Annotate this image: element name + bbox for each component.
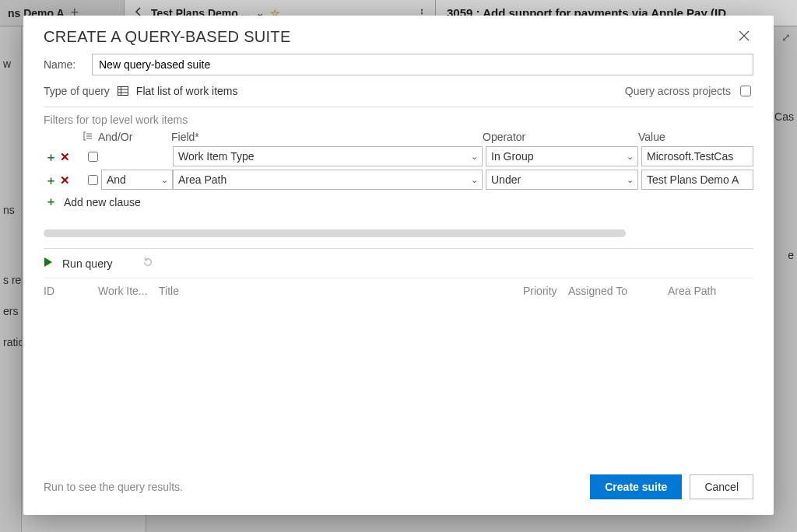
add-new-clause-button[interactable]: ＋ Add new clause bbox=[44, 194, 753, 209]
filter-grid: And/Or Field* Operator Value ＋ ✕ Work It… bbox=[44, 131, 753, 209]
svg-marker-9 bbox=[44, 257, 52, 267]
dialog-title: CREATE A QUERY-BASED SUITE bbox=[44, 28, 291, 46]
andor-select[interactable]: And ⌄ bbox=[101, 170, 173, 190]
operator-select[interactable]: Under ⌄ bbox=[486, 170, 638, 190]
col-area: Area Path bbox=[668, 285, 753, 297]
header-operator: Operator bbox=[483, 131, 638, 143]
row-checkbox[interactable] bbox=[88, 152, 98, 162]
chevron-down-icon: ⌄ bbox=[471, 152, 478, 162]
andor-select-value: And bbox=[107, 173, 126, 186]
run-query-button[interactable]: Run query bbox=[62, 257, 113, 270]
col-assigned: Assigned To bbox=[568, 285, 668, 297]
col-priority: Priority bbox=[523, 285, 568, 297]
name-input[interactable] bbox=[92, 54, 753, 75]
chevron-down-icon: ⌄ bbox=[627, 175, 634, 185]
group-clauses-icon[interactable] bbox=[83, 131, 97, 143]
field-select[interactable]: Area Path ⌄ bbox=[173, 170, 483, 190]
type-of-query-label: Type of query bbox=[44, 85, 110, 97]
header-value: Value bbox=[638, 131, 753, 143]
row-checkbox[interactable] bbox=[88, 175, 98, 185]
cancel-button[interactable]: Cancel bbox=[690, 474, 753, 499]
operator-select-value: In Group bbox=[491, 150, 533, 163]
field-select-value: Work Item Type bbox=[178, 150, 255, 163]
chevron-down-icon: ⌄ bbox=[627, 152, 634, 162]
refresh-icon[interactable] bbox=[142, 257, 153, 270]
create-suite-button[interactable]: Create suite bbox=[590, 474, 682, 499]
add-clause-label: Add new clause bbox=[64, 196, 141, 208]
flat-list-icon bbox=[118, 86, 128, 96]
header-field: Field* bbox=[171, 131, 483, 143]
results-hint: Run to see the query results. bbox=[44, 481, 183, 493]
field-select-value: Area Path bbox=[178, 173, 226, 186]
filter-row: ＋ ✕ Work Item Type ⌄ In Group ⌄ Microsof… bbox=[44, 146, 753, 166]
create-query-suite-dialog: CREATE A QUERY-BASED SUITE Name: Type of… bbox=[23, 16, 774, 515]
close-button[interactable] bbox=[735, 26, 753, 47]
value-input[interactable]: Microsoft.TestCas bbox=[641, 146, 753, 166]
query-across-label: Query across projects bbox=[625, 85, 731, 97]
chevron-down-icon: ⌄ bbox=[471, 175, 478, 185]
add-row-button[interactable]: ＋ bbox=[44, 151, 58, 163]
filter-row: ＋ ✕ And ⌄ Area Path ⌄ Under ⌄ Test Plans bbox=[44, 170, 753, 190]
query-across-checkbox[interactable] bbox=[740, 86, 751, 96]
value-input[interactable]: Test Plans Demo A bbox=[641, 170, 753, 190]
col-work-item: Work Ite... bbox=[98, 285, 159, 297]
scrollbar-thumb[interactable] bbox=[44, 229, 626, 237]
add-row-button[interactable]: ＋ bbox=[44, 174, 58, 186]
play-icon bbox=[44, 257, 53, 270]
value-input-text: Microsoft.TestCas bbox=[647, 150, 733, 163]
col-id: ID bbox=[44, 285, 98, 297]
operator-select[interactable]: In Group ⌄ bbox=[486, 146, 638, 166]
horizontal-scrollbar[interactable] bbox=[44, 229, 753, 237]
type-of-query-value[interactable]: Flat list of work items bbox=[136, 85, 238, 97]
header-andor: And/Or bbox=[97, 131, 171, 143]
plus-icon: ＋ bbox=[44, 194, 58, 209]
results-header: ID Work Ite... Title Priority Assigned T… bbox=[44, 285, 753, 302]
operator-select-value: Under bbox=[491, 173, 521, 186]
value-input-text: Test Plans Demo A bbox=[647, 173, 739, 186]
name-label: Name: bbox=[44, 58, 83, 71]
query-across-projects[interactable]: Query across projects bbox=[625, 83, 753, 99]
delete-row-button[interactable]: ✕ bbox=[58, 174, 72, 186]
results-empty-area bbox=[44, 302, 753, 465]
col-title: Title bbox=[159, 285, 523, 297]
field-select[interactable]: Work Item Type ⌄ bbox=[173, 146, 483, 166]
svg-rect-2 bbox=[118, 87, 128, 96]
chevron-down-icon: ⌄ bbox=[161, 175, 168, 185]
delete-row-button[interactable]: ✕ bbox=[58, 151, 72, 163]
filters-section-title: Filters for top level work items bbox=[44, 114, 753, 126]
